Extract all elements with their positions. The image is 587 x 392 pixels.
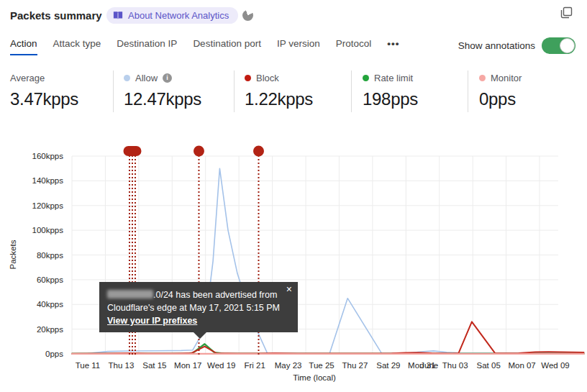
y-tick-label: 100kpps	[32, 226, 64, 234]
y-tick-label: 40kpps	[37, 300, 63, 309]
annotations-toggle[interactable]	[542, 37, 575, 54]
y-tick-label: 0pps	[45, 350, 63, 358]
monitor-legend-dot	[479, 75, 486, 81]
annotation-tooltip: × .0/24 has been advertised from Cloudfl…	[99, 282, 298, 332]
y-tick-label: 20kpps	[37, 325, 63, 334]
stat-block: Block 1.22kpps	[245, 72, 313, 109]
info-icon[interactable]: i	[163, 73, 172, 83]
tab-action[interactable]: Action	[10, 38, 37, 55]
x-tick-label: Mon 07	[508, 361, 535, 370]
stat-label: Monitor	[491, 73, 522, 83]
stat-label: Rate limit	[374, 73, 413, 83]
allow-legend-dot	[124, 75, 130, 81]
tooltip-caret	[193, 332, 207, 339]
tab-bar: Action Attack type Destination IP Destin…	[10, 38, 399, 55]
divider	[113, 70, 114, 112]
block-legend-dot	[245, 75, 251, 81]
annotation-marker[interactable]	[253, 146, 264, 157]
stat-allow: Allow i 12.47kpps	[124, 72, 201, 109]
x-tick-label: Tue 11	[76, 361, 101, 370]
ip-prefixes-link[interactable]: View your IP prefixes	[107, 316, 197, 326]
y-tick-label: 160kpps	[32, 152, 64, 160]
tab-destination-ip[interactable]: Destination IP	[117, 38, 177, 54]
tab-protocol[interactable]: Protocol	[336, 38, 372, 54]
stat-average: Average 3.47kpps	[10, 72, 78, 109]
tab-attack-type[interactable]: Attack type	[53, 38, 101, 54]
tab-ip-version[interactable]: IP version	[277, 38, 320, 54]
stat-value: 3.47kpps	[10, 89, 78, 109]
toggle-knob	[560, 38, 575, 53]
divider	[351, 70, 352, 112]
x-tick-label: Wed 19	[207, 361, 235, 370]
network-analytics-panel: Packets summary About Network Analytics …	[0, 0, 587, 392]
about-network-analytics-badge[interactable]: About Network Analytics	[106, 7, 238, 24]
x-tick-label: May 23	[275, 361, 302, 370]
x-tick-label: Mon 17	[174, 361, 201, 370]
duplicate-icon[interactable]	[560, 6, 573, 19]
book-icon	[113, 11, 123, 20]
x-tick-label: Tue 25	[309, 361, 334, 370]
stat-label: Block	[256, 73, 279, 83]
x-tick-label: Thu 13	[109, 361, 135, 370]
y-tick-label: 120kpps	[32, 201, 64, 210]
x-tick-label: Sat 15	[142, 361, 166, 370]
x-tick-label: Sat 05	[477, 361, 501, 370]
tooltip-close-button[interactable]: ×	[286, 283, 292, 295]
x-tick-label: Sat 29	[376, 361, 400, 370]
stat-rate-limit: Rate limit 198pps	[363, 72, 418, 109]
stat-value: 0pps	[479, 89, 522, 109]
tooltip-line1: .0/24 has been advertised from	[107, 288, 289, 301]
month-label: June	[420, 361, 438, 370]
series-line-rate-limit	[72, 344, 583, 354]
divider	[234, 70, 235, 112]
x-axis-title: Time (local)	[293, 373, 336, 382]
divider	[468, 70, 468, 112]
x-tick-label: Thu 27	[342, 361, 368, 370]
x-tick-label: Fri 21	[244, 361, 265, 370]
chart-area: 0pps20kpps40kpps60kpps80kpps100kpps120kp…	[0, 137, 587, 392]
about-badge-label: About Network Analytics	[128, 10, 229, 21]
rate-limit-legend-dot	[363, 75, 369, 81]
y-tick-label: 60kpps	[37, 275, 63, 284]
tab-destination-port[interactable]: Destination port	[193, 38, 261, 54]
annotation-marker[interactable]	[123, 146, 141, 156]
stats-row: Average 3.47kpps Allow i 12.47kpps Block…	[0, 70, 587, 115]
x-tick-label: Wed 09	[541, 361, 569, 370]
y-tick-label: 140kpps	[32, 176, 64, 185]
stat-monitor: Monitor 0pps	[479, 72, 522, 109]
stat-label: Average	[10, 73, 45, 83]
x-tick-label: Thu 03	[442, 361, 468, 370]
page-title: Packets summary	[10, 9, 102, 22]
stat-value: 198pps	[363, 89, 418, 109]
tabs-more-button[interactable]: •••	[387, 38, 399, 54]
y-axis-title: Packets	[9, 240, 17, 269]
annotation-marker[interactable]	[194, 146, 204, 157]
stat-value: 12.47kpps	[124, 89, 201, 109]
usage-pie-icon[interactable]	[242, 10, 253, 21]
packets-chart: 0pps20kpps40kpps60kpps80kpps100kpps120kp…	[0, 137, 587, 392]
y-tick-label: 80kpps	[37, 251, 63, 260]
redacted-prefix	[107, 290, 153, 298]
show-annotations-label: Show annotations	[458, 40, 535, 51]
stat-value: 1.22kpps	[245, 89, 313, 109]
tooltip-line2: Cloudflare's edge at May 17, 2021 5:15 P…	[107, 301, 289, 314]
stat-label: Allow	[135, 73, 158, 83]
